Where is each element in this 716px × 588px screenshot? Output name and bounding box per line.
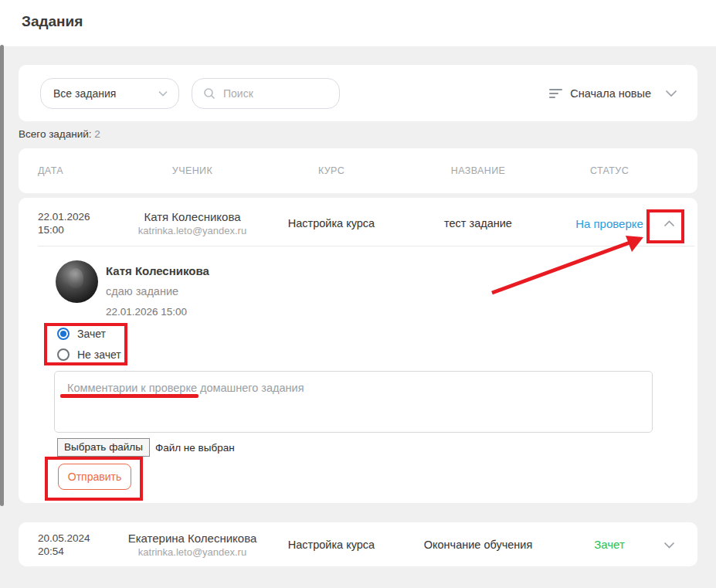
top-band: Задания <box>0 0 716 46</box>
cell-title: Окончание обучения <box>397 539 559 551</box>
file-upload-row: Выбрать файлы Файл не выбран <box>57 438 235 457</box>
submit-review-button[interactable]: Отправить <box>58 464 131 490</box>
cell-course: Настройка курса <box>266 539 397 551</box>
search-input[interactable] <box>223 87 324 100</box>
review-comment-input[interactable] <box>54 371 653 433</box>
assignments-total: Всего заданий: 2 <box>19 128 100 140</box>
status-badge: На проверке <box>559 217 660 230</box>
table-header-row: ДАТА УЧЕНИК КУРС НАЗВАНИЕ СТАТУС <box>19 148 697 193</box>
radio-option-pass[interactable]: Зачет <box>57 328 121 340</box>
radio-fail-icon[interactable] <box>57 348 70 361</box>
assignments-total-label: Всего заданий: <box>19 128 92 140</box>
page-title: Задания <box>22 13 83 30</box>
grade-radio-group: Зачет Не зачет <box>57 328 121 369</box>
cell-date: 20.05.2024 20:54 <box>38 532 119 558</box>
radio-fail-label: Не зачет <box>77 348 121 361</box>
cell-course: Настройка курса <box>266 217 397 229</box>
assignments-page: Задания Все задания Сначала новые В <box>0 0 716 588</box>
choose-files-button[interactable]: Выбрать файлы <box>57 438 150 457</box>
submission-datetime: 22.01.2026 15:00 <box>106 306 187 318</box>
cell-title: тест задание <box>397 217 559 229</box>
chevron-down-icon <box>158 90 168 97</box>
column-header-title: НАЗВАНИЕ <box>397 165 559 176</box>
assignments-filter-select[interactable]: Все задания <box>40 78 179 109</box>
filter-selected-value: Все задания <box>53 87 158 100</box>
column-header-status: СТАТУС <box>559 165 660 176</box>
chevron-up-icon <box>663 220 675 227</box>
assignment-card-collapsed: 20.05.2024 20:54 Екатерина Колесникова k… <box>19 522 697 566</box>
column-header-date: ДАТА <box>38 165 119 176</box>
cell-student: Катя Колесникова katrinka.leto@yandex.ru <box>119 210 266 236</box>
status-badge: Зачет <box>559 538 660 551</box>
submission-message: сдаю задание <box>106 285 178 297</box>
sort-bars-icon <box>549 89 562 98</box>
collapse-row-button[interactable] <box>660 213 678 233</box>
file-status-text: Файл не выбран <box>155 442 235 454</box>
radio-pass-icon[interactable] <box>57 328 70 340</box>
column-header-student: УЧЕНИК <box>119 165 266 176</box>
assignments-total-count: 2 <box>94 128 100 140</box>
left-scrollbar[interactable] <box>0 45 4 506</box>
chevron-down-icon <box>663 542 675 549</box>
search-icon <box>203 87 215 100</box>
assignment-card-expanded: 22.01.2026 15:00 Катя Колесникова katrin… <box>19 198 697 503</box>
cell-student: Екатерина Колесникова katrinka.leto@yand… <box>119 532 266 558</box>
table-header-card: ДАТА УЧЕНИК КУРС НАЗВАНИЕ СТАТУС <box>19 148 697 193</box>
search-box[interactable] <box>192 78 340 109</box>
submission-author: Катя Колесникова <box>106 264 209 277</box>
chevron-down-icon <box>665 90 677 97</box>
radio-pass-label: Зачет <box>77 328 106 340</box>
column-header-course: КУРС <box>266 165 397 176</box>
sort-label: Сначала новые <box>570 87 651 100</box>
toolbar-card: Все задания Сначала новые <box>19 65 697 121</box>
table-row[interactable]: 20.05.2024 20:54 Екатерина Колесникова k… <box>19 522 697 566</box>
student-avatar <box>56 260 98 303</box>
radio-option-fail[interactable]: Не зачет <box>57 348 121 361</box>
cell-date: 22.01.2026 15:00 <box>38 210 119 236</box>
expand-row-button[interactable] <box>660 535 678 555</box>
table-row[interactable]: 22.01.2026 15:00 Катя Колесникова katrin… <box>19 198 697 246</box>
row-divider <box>38 246 694 246</box>
sort-control[interactable]: Сначала новые <box>549 87 677 100</box>
